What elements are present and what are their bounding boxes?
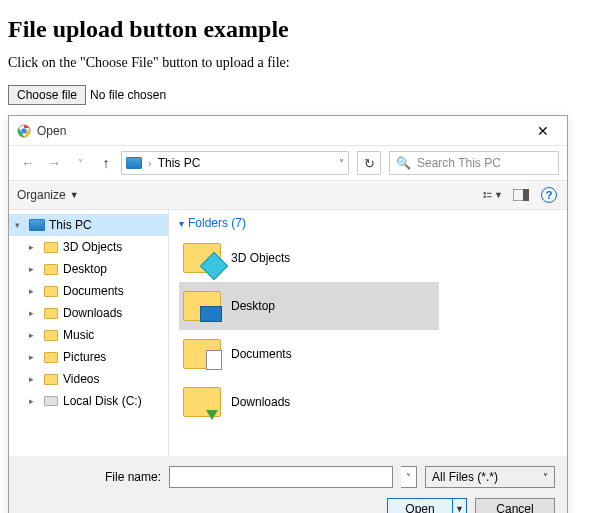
folder-grid: 3D Objects Desktop Documents Downloads [169, 234, 567, 426]
folder-icon [183, 387, 221, 417]
sidebar-item-label: Documents [63, 284, 124, 298]
search-placeholder: Search This PC [417, 156, 501, 170]
choose-file-button[interactable]: Choose file [8, 85, 86, 105]
help-button[interactable]: ? [539, 185, 559, 205]
address-chevron-icon[interactable]: ˅ [339, 158, 344, 169]
folders-group-header[interactable]: ▾ Folders (7) [169, 210, 567, 234]
filename-label: File name: [21, 470, 161, 484]
folder-label: Desktop [231, 299, 275, 313]
chevron-right-icon: ▸ [29, 330, 39, 340]
folder-documents[interactable]: Documents [179, 330, 439, 378]
filename-dropdown-button[interactable]: ˅ [401, 466, 417, 488]
chevron-down-icon: ▾ [179, 218, 184, 229]
folder-downloads[interactable]: Downloads [179, 378, 439, 426]
page-intro: Click on the "Choose File" button to upl… [8, 55, 600, 71]
folder-label: 3D Objects [231, 251, 290, 265]
dialog-title: Open [37, 124, 523, 138]
search-icon: 🔍 [396, 156, 411, 170]
preview-pane-button[interactable] [511, 185, 531, 205]
sidebar-item-pictures[interactable]: ▸ Pictures [9, 346, 168, 368]
organize-menu[interactable]: Organize▼ [17, 188, 79, 202]
open-split-chevron[interactable]: ▼ [452, 499, 466, 513]
view-options-button[interactable]: ▼ [483, 185, 503, 205]
sidebar-item-desktop[interactable]: ▸ Desktop [9, 258, 168, 280]
sidebar-item-3d-objects[interactable]: ▸ 3D Objects [9, 236, 168, 258]
folder-desktop[interactable]: Desktop [179, 282, 439, 330]
sidebar-item-label: Downloads [63, 306, 122, 320]
file-status-text: No file chosen [90, 88, 166, 102]
sidebar: ▾ This PC ▸ 3D Objects ▸ Desktop ▸ Docum… [9, 210, 169, 456]
dialog-titlebar: Open ✕ [9, 116, 567, 146]
svg-rect-3 [484, 196, 486, 198]
folder-label: Downloads [231, 395, 290, 409]
folder-icon [44, 330, 58, 341]
sidebar-item-label: Desktop [63, 262, 107, 276]
folder-icon [44, 352, 58, 363]
open-file-dialog: Open ✕ ← → ˅ ↑ › This PC ˅ ↻ 🔍 Search Th… [8, 115, 568, 513]
file-input-row: Choose file No file chosen [8, 85, 600, 105]
folder-icon [44, 374, 58, 385]
pc-icon [126, 157, 142, 169]
dialog-navbar: ← → ˅ ↑ › This PC ˅ ↻ 🔍 Search This PC [9, 146, 567, 180]
sidebar-item-downloads[interactable]: ▸ Downloads [9, 302, 168, 324]
folder-3d-objects[interactable]: 3D Objects [179, 234, 439, 282]
folder-icon [183, 339, 221, 369]
sidebar-item-label: Videos [63, 372, 99, 386]
dialog-toolbar: Organize▼ ▼ ? [9, 180, 567, 210]
sidebar-item-label: Local Disk (C:) [63, 394, 142, 408]
svg-rect-5 [487, 196, 492, 197]
chevron-right-icon: ▸ [29, 396, 39, 406]
close-button[interactable]: ✕ [523, 118, 563, 144]
chrome-icon [17, 124, 31, 138]
sidebar-item-videos[interactable]: ▸ Videos [9, 368, 168, 390]
sidebar-item-label: Pictures [63, 350, 106, 364]
sidebar-item-local-disk-c[interactable]: ▸ Local Disk (C:) [9, 390, 168, 412]
folder-icon [183, 291, 221, 321]
chevron-right-icon: ▸ [29, 242, 39, 252]
svg-rect-7 [523, 189, 529, 201]
folder-icon [44, 286, 58, 297]
address-text: This PC [158, 156, 333, 170]
nav-forward-button[interactable]: → [43, 152, 65, 174]
refresh-button[interactable]: ↻ [357, 151, 381, 175]
disk-icon [44, 396, 58, 406]
chevron-down-icon: ˅ [543, 472, 548, 483]
nav-up-button[interactable]: ↑ [95, 152, 117, 174]
open-button[interactable]: Open ▼ [387, 498, 467, 513]
dialog-bottom: File name: ˅ All Files (*.*) ˅ Open ▼ Ca… [9, 456, 567, 513]
folder-icon [44, 308, 58, 319]
pc-icon [29, 219, 45, 231]
chevron-down-icon: ▾ [15, 220, 25, 230]
folder-icon [44, 242, 58, 253]
chevron-right-icon: ▸ [29, 374, 39, 384]
filename-input[interactable] [169, 466, 393, 488]
sidebar-item-label: 3D Objects [63, 240, 122, 254]
chevron-right-icon: ▸ [29, 286, 39, 296]
sidebar-item-label: Music [63, 328, 94, 342]
folder-label: Documents [231, 347, 292, 361]
sidebar-item-music[interactable]: ▸ Music [9, 324, 168, 346]
breadcrumb-separator-icon: › [148, 157, 152, 169]
svg-rect-4 [487, 193, 492, 194]
folder-icon [183, 243, 221, 273]
main-pane: ▾ Folders (7) 3D Objects Desktop Documen… [169, 210, 567, 456]
sidebar-item-this-pc[interactable]: ▾ This PC [9, 214, 168, 236]
svg-point-1 [21, 128, 27, 134]
cancel-button[interactable]: Cancel [475, 498, 555, 513]
address-bar[interactable]: › This PC ˅ [121, 151, 349, 175]
page-heading: File upload button example [8, 16, 600, 43]
folder-icon [44, 264, 58, 275]
sidebar-item-label: This PC [49, 218, 92, 232]
chevron-right-icon: ▸ [29, 308, 39, 318]
svg-rect-2 [484, 192, 486, 194]
nav-back-button[interactable]: ← [17, 152, 39, 174]
sidebar-item-documents[interactable]: ▸ Documents [9, 280, 168, 302]
chevron-right-icon: ▸ [29, 352, 39, 362]
file-type-filter[interactable]: All Files (*.*) ˅ [425, 466, 555, 488]
nav-recent-chevron[interactable]: ˅ [69, 152, 91, 174]
chevron-right-icon: ▸ [29, 264, 39, 274]
search-input[interactable]: 🔍 Search This PC [389, 151, 559, 175]
dialog-body: ▾ This PC ▸ 3D Objects ▸ Desktop ▸ Docum… [9, 210, 567, 456]
